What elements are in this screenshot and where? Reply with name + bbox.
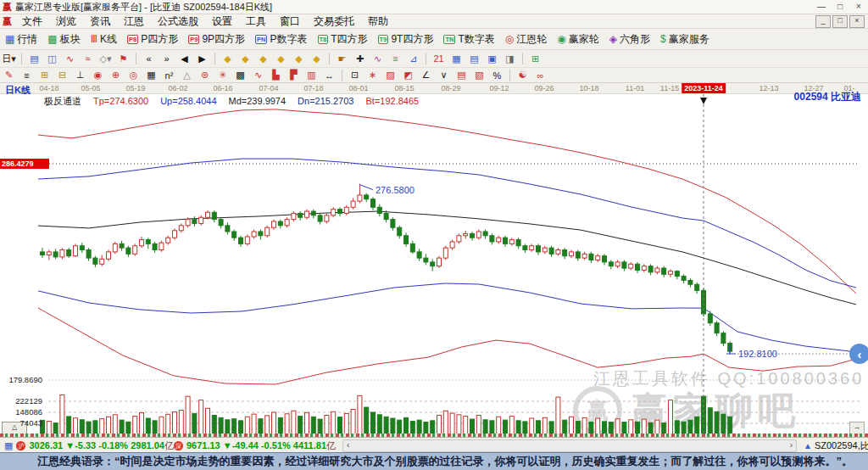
menu-item-设置[interactable]: 设置 bbox=[205, 14, 239, 28]
menu-item-交易委托[interactable]: 交易委托 bbox=[307, 14, 361, 28]
percent-tool[interactable]: % bbox=[489, 69, 505, 82]
winner-wheel-button[interactable]: ◉赢家轮 bbox=[553, 31, 603, 48]
t-square-button[interactable]: T8T四方形 bbox=[314, 31, 372, 48]
flag-icon[interactable]: ⚑ bbox=[115, 52, 131, 65]
vee-tool[interactable]: ∨ bbox=[436, 69, 452, 82]
9p-square-button[interactable]: P99P四方形 bbox=[184, 31, 249, 48]
chart-style-icon[interactable]: ▤ bbox=[26, 52, 42, 65]
minimize-button[interactable]: — bbox=[812, 1, 831, 13]
close-button[interactable]: × bbox=[849, 1, 868, 13]
crosshair-tool[interactable]: ✚ bbox=[352, 52, 368, 65]
box-tool[interactable]: ▩ bbox=[232, 69, 248, 82]
maximize-button[interactable]: □ bbox=[831, 1, 849, 13]
scroll-left-arrow[interactable]: ‹ bbox=[347, 440, 349, 450]
shade-tool[interactable]: ▨ bbox=[382, 69, 398, 82]
menu-item-帮助[interactable]: 帮助 bbox=[361, 14, 395, 28]
gann-diamond-3[interactable]: ◆ bbox=[255, 52, 271, 65]
gann-diamond-5[interactable]: ◆ bbox=[291, 52, 307, 65]
shade2-tool[interactable]: ◩ bbox=[400, 69, 416, 82]
kline-chart-area[interactable]: 江恩工具软件 QQ:100800360 赢 赢家聊吧 276.5800192.8… bbox=[0, 94, 868, 434]
shenzhen-index-readout[interactable]: 9671.13 ▼-49.44 -0.51% 4411.81亿 bbox=[186, 439, 336, 452]
scroll-right-arrow[interactable]: › bbox=[790, 440, 793, 450]
block-tool[interactable]: ▛ bbox=[286, 69, 302, 82]
menu-item-公式选股[interactable]: 公式选股 bbox=[151, 14, 205, 28]
wave-tool[interactable]: ∿ bbox=[250, 69, 266, 82]
n2-tool[interactable]: n² bbox=[161, 69, 177, 82]
cart-icon[interactable]: ⊞ bbox=[527, 52, 543, 65]
gann-grid-tool[interactable]: ⊞ bbox=[36, 69, 53, 82]
draw-pen-tool[interactable]: ✎ bbox=[1, 69, 17, 82]
fib-lines-tool[interactable]: ≡ bbox=[19, 69, 35, 82]
gann-diamond-4[interactable]: ◆ bbox=[273, 52, 289, 65]
t-line-tool[interactable]: ⊥ bbox=[72, 69, 88, 82]
target-tool[interactable]: ⊛ bbox=[197, 69, 213, 82]
width-tool[interactable]: ↔ bbox=[321, 69, 337, 82]
lines-tool[interactable]: ≡ bbox=[387, 52, 403, 65]
kline-wave-icon[interactable]: ≈ bbox=[80, 52, 96, 65]
kline-button[interactable]: ⅢK线 bbox=[86, 31, 121, 48]
grid-tool[interactable]: ▦ bbox=[143, 69, 159, 82]
indicator-dropdown[interactable]: ◇▾ bbox=[97, 52, 114, 65]
first-page-button[interactable]: « bbox=[141, 52, 157, 65]
t-table-button[interactable]: TNT数字表 bbox=[439, 31, 498, 48]
kline-chart-canvas[interactable]: 276.5800192.8100 bbox=[0, 94, 868, 434]
horizontal-scrollbar[interactable]: ‹ › bbox=[342, 439, 797, 452]
calendar-21-icon[interactable]: 21 bbox=[431, 52, 447, 65]
mdi-restore-button[interactable]: □ bbox=[832, 15, 848, 28]
next-button[interactable]: ▶ bbox=[194, 52, 210, 65]
triangle-tool[interactable]: ⊿ bbox=[405, 52, 421, 65]
winner-service-button[interactable]: $赢家服务 bbox=[656, 31, 714, 48]
date-axis[interactable]: 日K线 04-1805-0505-1906-0206-1607-0407-180… bbox=[0, 83, 868, 94]
window-tool[interactable]: ▥ bbox=[303, 69, 320, 82]
grid3-tool[interactable]: ▧ bbox=[471, 69, 487, 82]
gann-diamond-2[interactable]: ◆ bbox=[237, 52, 253, 65]
gann-wheel-button[interactable]: ◎江恩轮 bbox=[501, 31, 551, 48]
tower-tool[interactable]: ▙ bbox=[268, 69, 284, 82]
notebook-icon[interactable]: ▤ bbox=[466, 52, 482, 65]
save-icon[interactable]: ▣ bbox=[484, 52, 500, 65]
quotes-button[interactable]: ▦行情 bbox=[1, 31, 42, 48]
9t-square-button[interactable]: T99T四方形 bbox=[374, 31, 438, 48]
select-tool[interactable]: ⊡ bbox=[347, 69, 363, 82]
grid2-tool[interactable]: ▤ bbox=[453, 69, 470, 82]
time-cycle-tool[interactable]: ⊕ bbox=[108, 69, 124, 82]
prev-button[interactable]: ◀ bbox=[176, 52, 192, 65]
hexagon-button[interactable]: ◈六角形 bbox=[605, 31, 654, 48]
period-day-dropdown[interactable]: 日▾ bbox=[1, 52, 17, 65]
menu-item-文件[interactable]: 文件 bbox=[15, 14, 49, 28]
menu-item-江恩[interactable]: 江恩 bbox=[117, 14, 151, 28]
p-table-button[interactable]: PNP数字表 bbox=[251, 31, 311, 48]
mdi-close-button[interactable]: × bbox=[849, 15, 865, 28]
menu-item-浏览[interactable]: 浏览 bbox=[49, 14, 83, 28]
curve-tool[interactable]: ∿ bbox=[370, 52, 386, 65]
gann-diamond-1[interactable]: ◆ bbox=[220, 52, 236, 65]
chart-window-icon[interactable]: ◫ bbox=[44, 52, 60, 65]
hand-tool[interactable]: ☛ bbox=[334, 52, 350, 65]
scroll-right-mini-button[interactable]: → bbox=[849, 422, 865, 434]
rays-tool[interactable]: ✳ bbox=[214, 69, 231, 82]
sectors-button[interactable]: ▩板块 bbox=[43, 31, 84, 48]
side-panel-toggle-button[interactable]: ‹ bbox=[849, 344, 868, 364]
printer-icon[interactable]: ◨ bbox=[502, 52, 518, 65]
last-page-button[interactable]: » bbox=[159, 52, 175, 65]
calculator-icon[interactable]: ▦ bbox=[448, 52, 465, 65]
angle-tool[interactable]: ∠ bbox=[418, 69, 434, 82]
current-stock-indicator[interactable]: ▲ SZ002594,比亚迪 bbox=[804, 439, 868, 452]
quote-grid-icon[interactable]: ▦ bbox=[4, 440, 13, 451]
taiji-icon[interactable]: ☯ bbox=[515, 69, 531, 82]
p-square-button[interactable]: P8P四方形 bbox=[123, 31, 182, 48]
kline-curve-icon[interactable]: ∿ bbox=[62, 52, 78, 65]
angle-a-tool[interactable]: △ bbox=[179, 69, 195, 82]
menu-item-窗口[interactable]: 窗口 bbox=[273, 14, 307, 28]
infinity-icon[interactable]: ∞ bbox=[532, 69, 548, 82]
arc-tool[interactable]: ◎ bbox=[125, 69, 142, 82]
mdi-minimize-button[interactable]: _ bbox=[815, 15, 831, 28]
shanghai-index-readout[interactable]: 3026.31 ▼-5.33 -0.18% 2981.04亿 bbox=[29, 439, 174, 452]
date-tick-label: 04-18 bbox=[39, 84, 58, 92]
menu-item-资讯[interactable]: 资讯 bbox=[83, 14, 117, 28]
gann-diamond-6[interactable]: ◆ bbox=[309, 52, 325, 65]
menu-item-工具[interactable]: 工具 bbox=[239, 14, 273, 28]
spiral-tool[interactable]: ◉ bbox=[90, 69, 106, 82]
fan-tool[interactable]: ∗ bbox=[364, 69, 381, 82]
gann-grid9-tool[interactable]: ⊟ bbox=[54, 69, 70, 82]
